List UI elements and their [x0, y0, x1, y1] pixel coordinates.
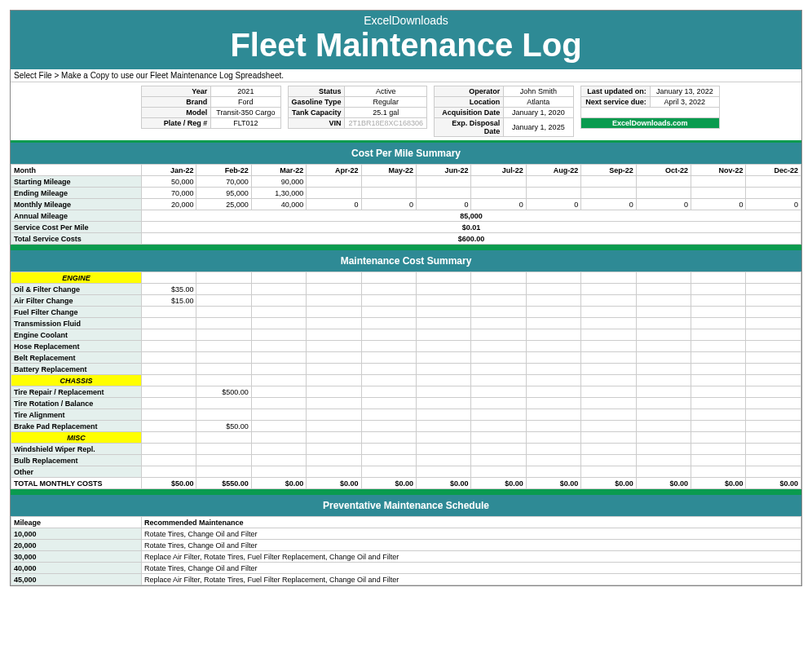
pm-recommendation[interactable]: Rotate Tires, Change Oil and Filter [142, 528, 801, 540]
cell[interactable]: 0 [526, 199, 580, 210]
cell[interactable] [251, 341, 306, 352]
cell[interactable]: 70,000 [196, 176, 251, 188]
cell[interactable] [361, 352, 416, 364]
cell[interactable] [251, 409, 306, 421]
cell[interactable] [581, 176, 636, 188]
cell[interactable] [142, 409, 196, 421]
cell[interactable] [581, 466, 636, 478]
cell[interactable] [636, 364, 691, 375]
cell[interactable] [526, 466, 580, 478]
cell[interactable] [471, 307, 526, 318]
cell[interactable] [636, 284, 691, 295]
cell[interactable] [196, 295, 251, 307]
cell[interactable] [417, 307, 471, 318]
cell[interactable] [636, 409, 691, 421]
cell[interactable] [417, 176, 471, 188]
cell[interactable] [691, 444, 746, 455]
cell[interactable] [251, 398, 306, 409]
cell[interactable] [526, 307, 580, 318]
cell[interactable] [636, 386, 691, 398]
cell[interactable] [526, 444, 580, 455]
cell[interactable] [142, 307, 196, 318]
cell[interactable] [251, 466, 306, 478]
cell[interactable] [142, 455, 196, 466]
info-value[interactable]: Active [345, 86, 427, 97]
info-value[interactable]: January 1, 2020 [504, 108, 573, 118]
pm-recommendation[interactable]: Replace Air Filter, Rotate Tires, Fuel F… [142, 551, 801, 563]
pm-recommendation[interactable]: Rotate Tires, Change Oil and Filter [142, 540, 801, 551]
cell[interactable] [251, 444, 306, 455]
cell[interactable]: 20,000 [142, 199, 196, 210]
cell[interactable] [307, 329, 361, 341]
info-value[interactable]: Ford [211, 97, 280, 108]
cell[interactable]: 0 [417, 199, 471, 210]
cell[interactable] [417, 386, 471, 398]
cell[interactable] [581, 386, 636, 398]
cell[interactable] [471, 466, 526, 478]
cell[interactable] [746, 284, 801, 295]
info-value[interactable]: 2T1BR18E8XC168306 [345, 118, 427, 129]
cell[interactable] [417, 284, 471, 295]
cell[interactable] [307, 444, 361, 455]
cell[interactable] [307, 188, 361, 199]
info-value[interactable]: Atlanta [504, 97, 573, 108]
cell[interactable] [142, 352, 196, 364]
cell[interactable] [636, 176, 691, 188]
cell[interactable] [251, 318, 306, 329]
cell[interactable] [361, 176, 416, 188]
cell[interactable]: $50.00 [196, 421, 251, 432]
cell[interactable] [142, 398, 196, 409]
cell[interactable] [251, 295, 306, 307]
cell[interactable] [307, 364, 361, 375]
cell[interactable] [361, 455, 416, 466]
cell[interactable] [196, 466, 251, 478]
cell[interactable] [746, 329, 801, 341]
cell[interactable] [691, 398, 746, 409]
cell[interactable] [471, 188, 526, 199]
cell[interactable] [361, 409, 416, 421]
cell[interactable] [581, 455, 636, 466]
cell[interactable] [307, 176, 361, 188]
cell[interactable] [581, 318, 636, 329]
cell[interactable] [361, 284, 416, 295]
cell[interactable] [471, 284, 526, 295]
cell[interactable] [417, 409, 471, 421]
cell[interactable]: 0 [471, 199, 526, 210]
cell[interactable] [361, 188, 416, 199]
cell[interactable] [746, 341, 801, 352]
cell[interactable] [526, 386, 580, 398]
cell[interactable] [581, 329, 636, 341]
cell[interactable] [471, 409, 526, 421]
cell[interactable] [417, 318, 471, 329]
cell[interactable]: 0 [746, 199, 801, 210]
cell[interactable] [251, 421, 306, 432]
cell[interactable] [361, 341, 416, 352]
info-value[interactable]: 2021 [211, 86, 280, 97]
cell[interactable] [746, 466, 801, 478]
cell[interactable] [746, 295, 801, 307]
cell[interactable] [746, 188, 801, 199]
cell[interactable] [307, 386, 361, 398]
cost-per-mile-table[interactable]: MonthJan-22Feb-22Mar-22Apr-22May-22Jun-2… [11, 164, 801, 245]
cell[interactable] [361, 295, 416, 307]
info-value[interactable]: Transit-350 Cargo [211, 108, 280, 118]
cell[interactable] [196, 284, 251, 295]
cell[interactable] [417, 352, 471, 364]
cell[interactable] [196, 307, 251, 318]
cell[interactable]: 90,000 [251, 176, 306, 188]
cell[interactable] [691, 352, 746, 364]
cell[interactable] [196, 364, 251, 375]
cell[interactable] [142, 466, 196, 478]
cell[interactable] [746, 455, 801, 466]
cell[interactable] [746, 307, 801, 318]
cell[interactable]: 0 [581, 199, 636, 210]
cell[interactable] [746, 398, 801, 409]
cell[interactable] [636, 295, 691, 307]
cell[interactable] [196, 352, 251, 364]
cell[interactable] [417, 455, 471, 466]
cell[interactable] [526, 341, 580, 352]
cell[interactable] [526, 188, 580, 199]
cell[interactable] [307, 318, 361, 329]
info-value[interactable]: FLT012 [211, 118, 280, 129]
cell[interactable] [636, 466, 691, 478]
